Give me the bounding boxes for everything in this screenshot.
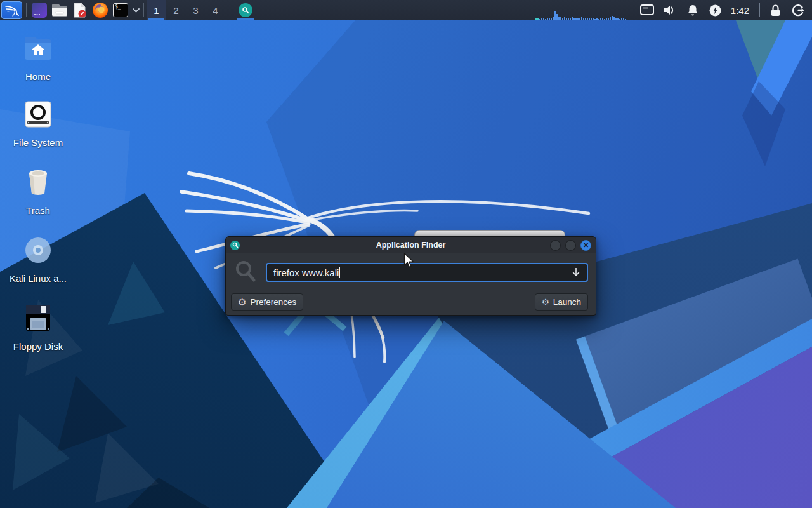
cpu-graph-bar	[547, 18, 548, 20]
firefox-icon	[92, 2, 108, 18]
desktop-screen: Home File System Trash	[0, 0, 812, 508]
search-input[interactable]: firefox www.kali	[266, 263, 588, 282]
cpu-graph-bar	[543, 18, 544, 20]
workspace-2[interactable]: 2	[166, 0, 186, 20]
text-editor-icon	[72, 2, 88, 18]
close-button[interactable]: ✕	[580, 240, 591, 251]
preferences-button-label: Preferences	[250, 297, 296, 307]
dropdown-arrow-icon[interactable]	[572, 267, 580, 277]
launch-button-label: Launch	[553, 297, 581, 307]
floppy-disk-icon	[24, 303, 52, 333]
cpu-graph-bar	[594, 19, 596, 20]
launcher-file-manager[interactable]	[50, 1, 69, 19]
cpu-graph-bar	[598, 19, 599, 20]
cpu-graph-bar	[612, 16, 613, 20]
launcher-menu-chevron[interactable]	[131, 1, 141, 19]
application-finder-icon	[239, 3, 252, 17]
cpu-graph-bar	[589, 18, 590, 20]
window-title: Application Finder	[226, 241, 596, 250]
launch-icon: ⚙	[542, 298, 549, 306]
cpu-graph-bar	[545, 19, 546, 20]
cpu-graph-bar	[606, 18, 607, 20]
search-icon	[235, 260, 256, 286]
cpu-graph-bar	[566, 18, 567, 20]
cpu-graph-bar	[593, 18, 594, 20]
cpu-graph-bar	[617, 18, 619, 20]
cpu-graph-bar	[541, 18, 542, 20]
file-system-drive-icon	[24, 99, 52, 130]
desktop-icon-trash[interactable]: Trash	[3, 167, 73, 216]
maximize-button[interactable]	[565, 240, 576, 251]
gear-icon: ⚙	[238, 297, 246, 307]
workspace-label: 3	[193, 5, 198, 16]
launcher-text-editor[interactable]	[70, 1, 89, 19]
cpu-graph-bar	[539, 19, 540, 20]
cpu-graph-bar	[613, 17, 615, 20]
cpu-graph-bar	[551, 18, 552, 20]
clock[interactable]: 1:42	[731, 5, 749, 16]
launcher-firefox[interactable]	[91, 1, 110, 19]
desktop-icon-label: File System	[13, 137, 63, 148]
kali-menu-icon	[4, 3, 20, 17]
power-manager-icon[interactable]	[708, 3, 723, 18]
workspace-1[interactable]: 1	[147, 0, 166, 20]
volume-icon[interactable]	[662, 3, 678, 18]
cpu-graph-bar	[625, 19, 626, 20]
cpu-graph-bar	[608, 18, 609, 20]
mouse-cursor	[403, 253, 415, 272]
cpu-graph-bar	[560, 17, 561, 20]
cpu-graph-bar	[604, 19, 605, 20]
applications-menu-button[interactable]	[1, 1, 22, 19]
cpu-graph-bar	[615, 18, 617, 20]
cpu-graph-bar	[568, 18, 569, 20]
desktop-icon-label: Home	[25, 71, 51, 82]
cpu-graph-bar	[549, 18, 550, 20]
desktop-icon-label: Kali Linux a...	[10, 273, 67, 284]
cpu-graph-bar	[623, 18, 624, 20]
desktop-icon-floppy-disk[interactable]: Floppy Disk	[3, 303, 73, 352]
launcher-terminal[interactable]: $_	[111, 1, 130, 19]
desktop-icon-file-system[interactable]: File System	[3, 99, 73, 148]
cpu-graph-bar	[583, 18, 584, 20]
cpu-graph-bar	[553, 17, 554, 20]
cd-disc-icon	[24, 235, 52, 265]
launcher-dashboard[interactable]	[30, 1, 49, 19]
desktop-icon-label: Floppy Disk	[13, 341, 63, 352]
cpu-graph-bar	[573, 18, 575, 20]
workspace-label: 4	[213, 5, 218, 16]
search-input-value: firefox www.kali	[273, 267, 339, 278]
cpu-graph-bar	[562, 18, 563, 20]
taskbar-application-finder[interactable]	[235, 0, 256, 20]
workspace-label: 2	[173, 5, 178, 16]
application-finder-window: Application Finder ✕ firefox www.kali ⚙ …	[225, 236, 596, 316]
workspace-3[interactable]: 3	[186, 0, 206, 20]
notifications-icon[interactable]	[685, 3, 700, 18]
cpu-graph-bar	[596, 18, 598, 20]
titlebar[interactable]: Application Finder ✕	[226, 237, 596, 253]
cpu-graph-bar	[621, 18, 622, 20]
workspace-4[interactable]: 4	[206, 0, 225, 20]
panel-separator	[228, 3, 228, 17]
cpu-graph-bar	[587, 18, 588, 20]
launch-button[interactable]: ⚙ Launch	[535, 293, 588, 311]
cpu-graph[interactable]	[535, 1, 629, 20]
cpu-graph-bar	[581, 17, 582, 20]
panel-separator	[26, 3, 27, 17]
logout-icon[interactable]	[790, 3, 806, 18]
preferences-button[interactable]: ⚙ Preferences	[231, 293, 303, 311]
cpu-graph-bar	[535, 18, 537, 20]
panel-separator	[143, 3, 144, 17]
cpu-graph-bar	[600, 18, 601, 20]
cpu-graph-bar	[575, 18, 577, 20]
home-folder-icon	[23, 33, 53, 64]
lock-icon[interactable]	[768, 3, 783, 18]
cpu-graph-bar	[585, 18, 586, 20]
cpu-graph-bar	[602, 18, 603, 20]
desktop-icon-home[interactable]: Home	[3, 33, 73, 82]
cpu-graph-bar	[579, 18, 580, 20]
desktop-icon-label: Trash	[26, 205, 50, 216]
display-icon[interactable]	[639, 3, 655, 18]
cpu-graph-bar	[570, 18, 571, 20]
desktop-icon-kali-linux[interactable]: Kali Linux a...	[3, 235, 73, 284]
minimize-button[interactable]	[550, 240, 561, 251]
